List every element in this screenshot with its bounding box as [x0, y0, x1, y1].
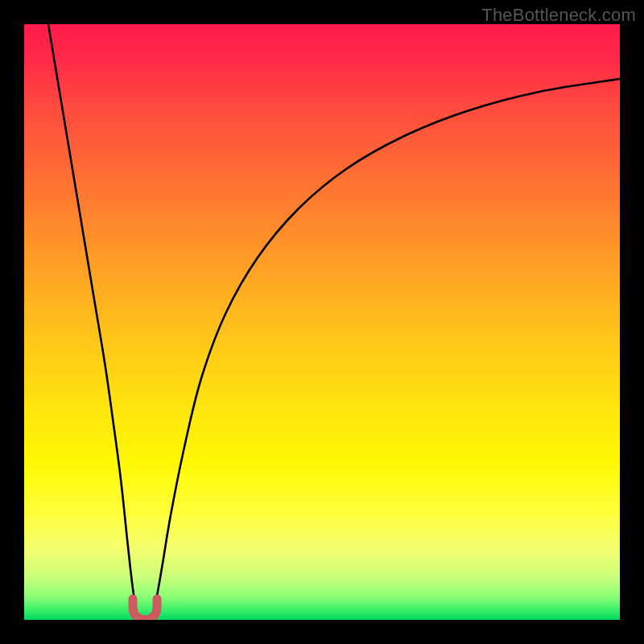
- bottleneck-curve: [24, 24, 620, 620]
- watermark-text: TheBottleneck.com: [481, 5, 636, 26]
- cusp-u-marker: [133, 599, 157, 620]
- curve-left-branch: [48, 24, 137, 613]
- plot-area: [24, 24, 620, 620]
- chart-frame: TheBottleneck.com: [0, 0, 644, 644]
- curve-right-branch: [153, 79, 620, 613]
